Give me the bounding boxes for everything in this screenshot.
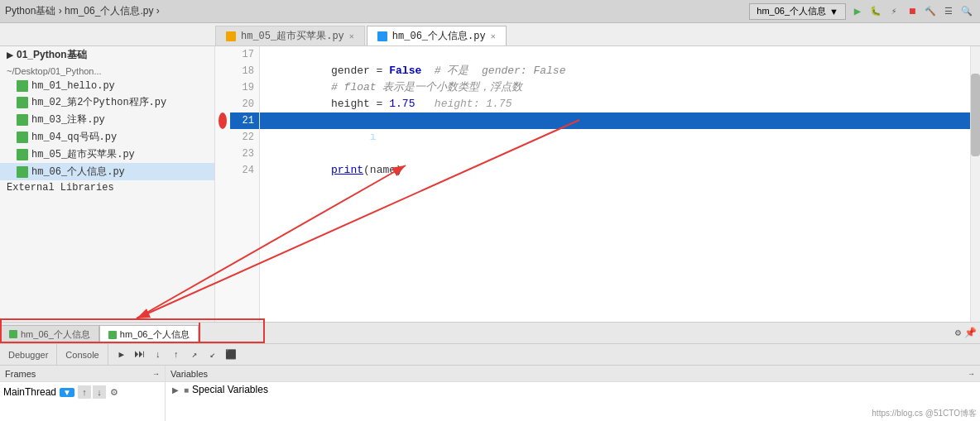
tab-hm05-icon [226,31,236,41]
dbg-step-over-btn[interactable]: ⏭ [132,347,148,362]
bp-19 [215,79,230,96]
tab-hm05-close[interactable]: ✕ [349,31,354,41]
special-variables-icon: ■ [184,385,189,395]
code-lines[interactable]: gender = False # 不是 gender: False # floa… [260,46,970,322]
code-18-comment: # float 表示是一个小数类型，浮点数 [331,81,522,93]
sidebar-item-hm03[interactable]: hm_03_注释.py [0,111,214,128]
frame-nav-btns: ↑ ↓ ⚙ [78,385,121,399]
debug-toolbar: ▶ ⏭ ↓ ↑ ↗ ↙ ⬛ [110,347,243,362]
main-layout: ▶ 01_Python基础 ~/Desktop/01_Python... hm_… [0,46,980,322]
frame-mainthread[interactable]: MainThread ▼ ↑ ↓ ⚙ [3,384,161,400]
sidebar-root-icon: ▶ [7,50,13,60]
debug-tab-debugger[interactable]: Debugger [0,344,57,365]
frames-header-label: Frames [5,369,36,379]
dbg-eval-btn[interactable]: ↙ [204,347,221,362]
code-line-17: gender = False # 不是 gender: False [260,46,970,63]
top-bar-right: hm_06_个人信息 ▼ ▶ 🐛 ⚡ ⏹ 🔨 ☰ 🔍 [749,3,975,20]
session-tab1-label: hm_06_个人信息 [21,328,90,341]
code-17-keyword: False [389,65,421,77]
sidebar-label-hm01: hm_01_hello.py [31,80,115,92]
bp-23 [215,146,230,162]
ln-18: 18 [230,63,259,79]
dbg-run-cursor-btn[interactable]: ↗ [186,347,203,362]
bp-21[interactable] [215,112,230,129]
session-tab1-icon [9,330,17,338]
sidebar-item-hm02[interactable]: hm_02_第2个Python程序.py [0,93,214,111]
code-21-rest: = 75 [377,131,409,143]
code-21-content: weight [331,131,370,143]
ln-21: 21 [230,112,259,129]
dbg-step-into-btn[interactable]: ↓ [150,347,166,362]
debug-tab-console[interactable]: Console [57,344,108,365]
frame-up-btn[interactable]: ↑ [78,385,91,399]
run-button[interactable]: ▶ [849,3,866,20]
tab-hm06[interactable]: hm_06_个人信息.py ✕ [367,26,507,45]
editor-scrollbar[interactable] [970,46,980,322]
bottom-section: hm_06_个人信息 hm_06_个人信息 ⚙ 📌 Debugger Conso… [0,322,980,421]
settings-icon[interactable]: ⚙ [955,327,961,339]
code-23-fn: print [331,164,363,176]
var-item-special[interactable]: ▶ ■ Special Variables [166,382,980,397]
sidebar-label-hm06: hm_06_个人信息.py [31,165,125,179]
breakpoint-dot-21[interactable] [219,112,227,129]
sidebar-item-hm06[interactable]: hm_06_个人信息.py [0,163,214,180]
dbg-stop-btn[interactable]: ⬛ [223,347,239,362]
tab-hm05-label: hm_05_超市买苹果.py [241,29,344,43]
sidebar-item-ext[interactable]: External Libraries [0,180,214,195]
thread-down-icon: ▼ [63,388,71,397]
settings-button[interactable]: ☰ [940,3,957,20]
breadcrumb-text: Python基础 › hm_06_个人信息.py › [5,4,160,18]
sidebar-root[interactable]: ▶ 01_Python基础 [0,46,214,64]
build-button[interactable]: 🔨 [922,3,939,20]
pin-icon[interactable]: 📌 [964,327,977,339]
scrollbar-thumb[interactable] [971,74,980,156]
debug-button[interactable]: 🐛 [867,3,884,20]
debug-main: Frames → MainThread ▼ ↑ ↓ ⚙ [0,366,980,421]
special-variables-label: Special Variables [192,384,268,395]
debug-bar-right: ⚙ 📌 [955,327,980,339]
ln-22: 22 [230,129,259,146]
sidebar-label-hm05: hm_05_超市买苹果.py [31,147,135,161]
thread-dropdown[interactable]: ▼ [60,388,74,397]
code-19-var: height = [331,98,389,110]
session-tabs-container: hm_06_个人信息 hm_06_个人信息 [0,323,200,343]
dbg-resume-btn[interactable]: ▶ [113,347,130,362]
run-controls: ▶ 🐛 ⚡ ⏹ 🔨 ☰ 🔍 [849,3,975,20]
line-numbers: 17 18 19 20 21 22 23 24 [230,46,260,322]
search-button[interactable]: 🔍 [958,3,975,20]
coverage-button[interactable]: ⚡ [886,3,902,20]
tab-hm06-close[interactable]: ✕ [491,31,496,41]
sidebar-label-hm03: hm_03_注释.py [31,112,105,127]
run-config-dropdown[interactable]: hm_06_个人信息 ▼ [749,3,846,20]
code-editor[interactable]: 17 18 19 20 21 22 23 24 gender = False #… [215,46,980,322]
sidebar-item-hm05[interactable]: hm_05_超市买苹果.py [0,146,214,163]
breadcrumb: Python基础 › hm_06_个人信息.py › [5,4,160,18]
sidebar-label-hm04: hm_04_qq号码.py [31,130,117,144]
frame-refresh-btn[interactable]: ⚙ [108,385,121,399]
hm04-icon [17,132,28,143]
debugger-tab-label: Debugger [8,350,48,360]
tab-hm05[interactable]: hm_05_超市买苹果.py ✕ [215,26,365,45]
session-tab-2[interactable]: hm_06_个人信息 [99,325,199,343]
hm06-icon [17,166,28,178]
frames-panel: Frames → MainThread ▼ ↑ ↓ ⚙ [0,366,166,421]
tab-hm06-icon [377,31,387,41]
sidebar-item-hm01[interactable]: hm_01_hello.py [0,79,214,93]
frame-down-btn[interactable]: ↓ [93,385,106,399]
var-expand-icon[interactable]: ▶ [171,385,180,395]
code-17-comment: # 不是 gender: False [421,65,565,77]
variables-panel: Variables → ▶ ■ Special Variables [166,366,980,421]
ln-24: 24 [230,162,259,179]
ln-23: 23 [230,146,259,162]
variables-header-arrow: → [968,370,975,378]
sidebar-root-label: 01_Python基础 [17,48,87,62]
session-tab-1[interactable]: hm_06_个人信息 [0,325,99,343]
stop-button[interactable]: ⏹ [904,3,920,20]
sidebar-item-hm04[interactable]: hm_04_qq号码.py [0,128,214,146]
dbg-step-out-btn[interactable]: ↑ [168,347,185,362]
code-23-paren: (name) [363,164,402,176]
hm03-icon [17,114,28,126]
ext-libraries-label: External Libraries [7,182,114,194]
bp-22 [215,129,230,146]
code-line-21: weightı = 75 [260,112,970,129]
